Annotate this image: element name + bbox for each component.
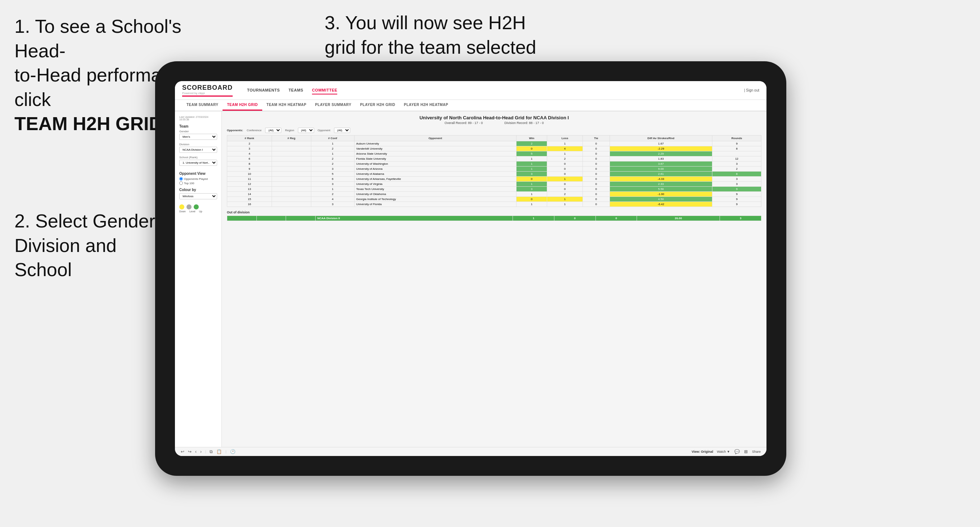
nav-bar: SCOREBOARD Powered by clippi TOURNAMENTS… <box>175 81 767 100</box>
nav-committee[interactable]: COMMITTEE <box>312 87 337 94</box>
col-rank: # Rank <box>227 135 272 141</box>
table-row: 62Florida State University1201.8312 <box>227 156 761 162</box>
out-div-diff: 26.00 <box>637 216 720 221</box>
bottom-toolbar: ↩ ↪ ‹ › | ⧉ 📋 | 🕐 View: Original Watch ▼… <box>175 447 767 456</box>
tab-team-summary[interactable]: TEAM SUMMARY <box>182 100 223 111</box>
tab-player-summary[interactable]: PLAYER SUMMARY <box>310 100 356 111</box>
radio-top100[interactable]: Top 100 <box>179 181 217 185</box>
colour-dot-down <box>179 205 184 210</box>
table-header-row: # Rank # Reg # Conf Opponent Win Loss Ti… <box>227 135 761 141</box>
table-row: 131Texas Tech University3005.569 <box>227 187 761 192</box>
out-div-rounds: 3 <box>720 216 761 221</box>
gender-select[interactable]: Men's <box>179 134 217 140</box>
nav-teams[interactable]: TEAMS <box>288 87 303 94</box>
colour-by-label: Colour by <box>179 188 217 192</box>
table-row: 82University of Washington1003.673 <box>227 162 761 167</box>
table-row: 163University of Florida110-6.429 <box>227 202 761 207</box>
table-row: 41Arizona State University5102.29 <box>227 151 761 156</box>
col-opponent: Opponent <box>354 135 516 141</box>
nav-links: TOURNAMENTS TEAMS COMMITTEE <box>247 87 337 94</box>
sidebar: Last Updated: 27/03/2024 16:55:38 Team G… <box>175 111 222 447</box>
logo: SCOREBOARD Powered by clippi <box>182 84 233 97</box>
colour-labels: Down Level Up <box>179 210 217 213</box>
team-section-title: Team <box>179 124 217 128</box>
toolbar-right: Watch ▼ 💬 ⊞ Share <box>717 449 761 454</box>
annotation-2: 2. Select Gender, Division and School <box>14 209 166 282</box>
table-row: 154Georgia Institute of Technology0104.5… <box>227 197 761 202</box>
colour-dots <box>179 205 217 210</box>
table-row: 123University of Virginia1002.333 <box>227 182 761 187</box>
conf-filter[interactable]: (All) <box>265 128 282 133</box>
col-reg: # Reg <box>272 135 311 141</box>
opponent-view-title: Opponent View <box>179 171 217 176</box>
colour-by-select[interactable]: Win/loss <box>179 193 217 199</box>
copy-icon[interactable]: ⧉ <box>210 449 213 454</box>
last-updated: Last Updated: 27/03/2024 16:55:38 <box>179 116 217 121</box>
redo-icon[interactable]: ↪ <box>188 449 191 454</box>
opponent-filter[interactable]: (All) <box>334 128 350 133</box>
table-row: 93University of Arizona1009.002 <box>227 167 761 171</box>
school-select[interactable]: 1. University of Nort... <box>179 160 217 166</box>
region-filter[interactable]: (All) <box>298 128 314 133</box>
col-diff: Diff Av Strokes/Rnd <box>609 135 713 141</box>
clock-icon[interactable]: 🕐 <box>230 449 235 454</box>
table-row: 142University of Oklahoma120-1.009 <box>227 192 761 197</box>
paste-icon[interactable]: 📋 <box>216 449 222 454</box>
nav-back-icon[interactable]: ‹ <box>195 449 197 454</box>
data-panel: University of North Carolina Head-to-Hea… <box>222 111 767 447</box>
gender-label: Gender <box>179 130 217 133</box>
watch-button[interactable]: Watch ▼ <box>717 450 730 454</box>
share-button[interactable]: Share <box>752 450 761 454</box>
out-div-tie: 0 <box>595 216 637 221</box>
col-tie: Tie <box>582 135 609 141</box>
out-div-win: 1 <box>513 216 554 221</box>
sign-out-link[interactable]: | Sign out <box>744 88 759 92</box>
grid-icon[interactable]: ⊞ <box>744 449 748 454</box>
nav-tournaments[interactable]: TOURNAMENTS <box>247 87 280 94</box>
out-division-table: NCAA Division II 1 0 0 26.00 3 <box>227 216 761 221</box>
undo-icon[interactable]: ↩ <box>181 449 184 454</box>
col-win: Win <box>517 135 547 141</box>
annotation-3: 3. You will now see H2H grid for the tea… <box>325 11 570 59</box>
record-row: Overall Record: 89 - 17 - 0 Division Rec… <box>227 121 761 125</box>
division-select[interactable]: NCAA Division I <box>179 147 217 153</box>
out-div-loss: 0 <box>554 216 595 221</box>
colour-dot-up <box>194 205 199 210</box>
division-label: Division <box>179 143 217 146</box>
table-row: 21Auburn University2101.679 <box>227 141 761 146</box>
colour-dot-level <box>186 205 191 210</box>
h2h-table: # Rank # Reg # Conf Opponent Win Loss Ti… <box>227 135 761 207</box>
toolbar-sep1: | <box>205 450 206 454</box>
logo-sub: Powered by clippi <box>182 92 205 95</box>
table-row: 116University of Arkansas, Fayetteville0… <box>227 177 761 182</box>
report-title: University of North Carolina Head-to-Hea… <box>227 115 761 121</box>
school-label: School (Rank) <box>179 156 217 159</box>
toolbar-sep2: | <box>226 450 226 454</box>
tablet-screen: SCOREBOARD Powered by clippi TOURNAMENTS… <box>175 81 767 456</box>
opponent-view-radios: Opponents Played Top 100 <box>179 177 217 185</box>
out-division-row: NCAA Division II 1 0 0 26.00 3 <box>227 216 761 221</box>
sub-nav: TEAM SUMMARY TEAM H2H GRID TEAM H2H HEAT… <box>175 100 767 111</box>
col-loss: Loss <box>547 135 583 141</box>
table-row: 105University of Alabama3002.618 <box>227 171 761 177</box>
table-row: 32Vanderbilt University040-2.298 <box>227 146 761 151</box>
tablet-device: SCOREBOARD Powered by clippi TOURNAMENTS… <box>155 61 786 476</box>
colour-section: Colour by Win/loss Down Level Up <box>179 188 217 213</box>
tab-player-h2h-heatmap[interactable]: PLAYER H2H HEATMAP <box>399 100 453 111</box>
col-rounds: Rounds <box>713 135 761 141</box>
tab-team-h2h-heatmap[interactable]: TEAM H2H HEATMAP <box>262 100 311 111</box>
comment-icon[interactable]: 💬 <box>734 449 740 454</box>
out-div-name: NCAA Division II <box>315 216 513 221</box>
view-original-label: View: Original <box>692 450 713 454</box>
tab-player-h2h-grid[interactable]: PLAYER H2H GRID <box>356 100 399 111</box>
main-content: Last Updated: 27/03/2024 16:55:38 Team G… <box>175 111 767 447</box>
col-conf: # Conf <box>311 135 354 141</box>
out-of-division-label: Out of division <box>227 211 761 214</box>
logo-text: SCOREBOARD <box>182 84 233 92</box>
radio-opponents-played[interactable]: Opponents Played <box>179 177 217 181</box>
logo-bar <box>182 95 233 97</box>
filter-row: Opponents: Conference (All) Region (All)… <box>227 128 761 133</box>
tab-team-h2h-grid[interactable]: TEAM H2H GRID <box>223 100 262 111</box>
nav-fwd-icon[interactable]: › <box>200 449 202 454</box>
